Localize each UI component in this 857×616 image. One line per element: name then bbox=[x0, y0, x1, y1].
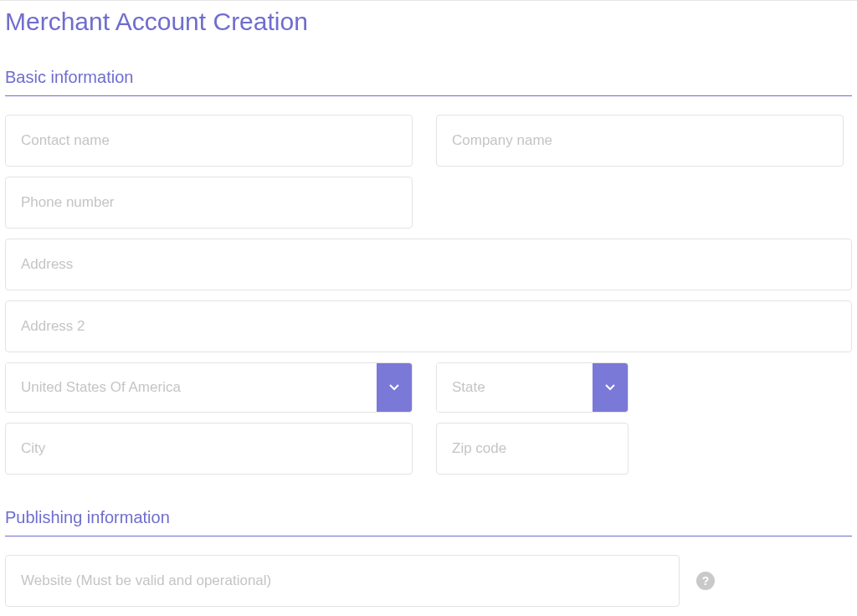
city-input[interactable] bbox=[5, 423, 413, 475]
chevron-down-icon bbox=[593, 363, 628, 412]
address-input[interactable] bbox=[5, 239, 852, 290]
company-name-input[interactable] bbox=[436, 115, 844, 167]
country-select[interactable]: United States Of America bbox=[5, 362, 413, 413]
address2-input[interactable] bbox=[5, 300, 852, 352]
phone-number-input[interactable] bbox=[5, 177, 413, 228]
help-icon[interactable]: ? bbox=[696, 572, 715, 590]
section-publishing-information-title: Publishing information bbox=[5, 508, 852, 536]
chevron-down-icon bbox=[377, 363, 412, 412]
country-select-value: United States Of America bbox=[6, 363, 377, 412]
contact-name-input[interactable] bbox=[5, 115, 413, 167]
page-title: Merchant Account Creation bbox=[5, 8, 852, 36]
state-select[interactable]: State bbox=[436, 362, 629, 413]
state-select-value: State bbox=[437, 363, 593, 412]
website-input[interactable] bbox=[5, 555, 680, 607]
zip-code-input[interactable] bbox=[436, 423, 629, 475]
section-basic-information-title: Basic information bbox=[5, 68, 852, 96]
